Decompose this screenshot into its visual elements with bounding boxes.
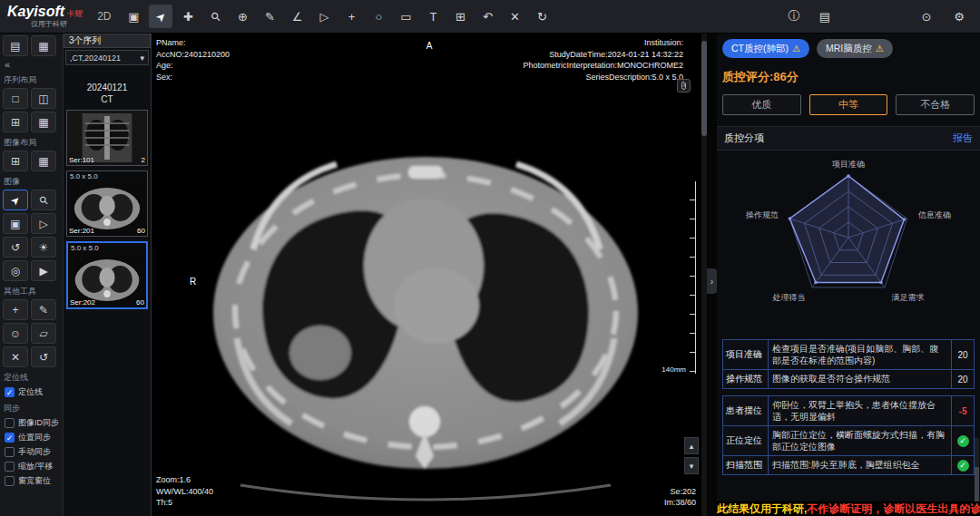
zoom-icon[interactable]: ⚲: [203, 5, 227, 28]
penalty-badge: -5: [959, 406, 967, 416]
layout-2x2-icon[interactable]: ⊞: [3, 112, 28, 132]
layout-3x3-icon[interactable]: ▦: [31, 112, 56, 132]
accession-number: AccNO:2401210200: [156, 49, 230, 61]
viewport-layout-icon[interactable]: ▣: [122, 5, 145, 28]
text-annotation-icon[interactable]: T: [421, 5, 445, 28]
play-tool-icon[interactable]: ▶: [31, 260, 56, 281]
viewport-scrollbar-thumb[interactable]: [701, 41, 707, 136]
series-count-header: 3个序列: [64, 34, 151, 48]
qc-item-name: 正位定位: [723, 426, 769, 455]
sync-option-checkbox[interactable]: 图像ID同步: [5, 417, 63, 429]
rect-roi-icon[interactable]: ▭: [394, 5, 417, 28]
magnify-tool-icon[interactable]: ⚲: [31, 190, 56, 210]
target-tool-icon[interactable]: ◎: [3, 260, 28, 281]
measure-angle-icon[interactable]: ∠: [285, 5, 309, 28]
scroll-up-icon[interactable]: ▴: [684, 437, 699, 454]
grade-button[interactable]: 中等: [809, 94, 888, 115]
brightness-tool-icon[interactable]: ☀: [31, 237, 56, 258]
reset-all-tool-icon[interactable]: ↺: [31, 346, 56, 367]
rail-icon-grid: +✎☺▱✕↺: [3, 299, 61, 367]
qc-tab[interactable]: CT质控(肺部)⚠: [722, 39, 809, 58]
thumbnail-image[interactable]: Ser:20260: [68, 253, 146, 307]
qc-item-desc: 图像的获取是否符合操作规范: [769, 370, 952, 388]
annotate-tool-icon[interactable]: ✎: [31, 299, 56, 320]
attachment-icon[interactable]: [677, 79, 691, 92]
sync-option-checkbox[interactable]: 手动同步: [5, 446, 63, 458]
series-grid-icon[interactable]: ⊞: [448, 5, 472, 28]
qc-table-scrollbar-thumb[interactable]: [975, 467, 979, 503]
caret-down-icon: ▾: [140, 54, 144, 63]
checkbox-icon[interactable]: [5, 447, 15, 457]
image-layout-3x3-icon[interactable]: ▦: [31, 151, 56, 171]
series-thumbnail[interactable]: 5.0 x 5.0Ser:20160: [66, 170, 148, 237]
thumbnail-series-desc: 5.0 x 5.0: [67, 171, 147, 181]
send-tool-icon[interactable]: ▷: [31, 213, 56, 234]
pan-icon[interactable]: ✚: [176, 5, 200, 28]
sync-option-checkbox[interactable]: 窗宽窗位: [5, 475, 63, 487]
delete-icon[interactable]: ✕: [503, 5, 526, 28]
series-group-modality: CT: [64, 93, 151, 105]
layout-panel-icon[interactable]: ▦: [31, 35, 56, 56]
eraser-tool-icon[interactable]: ▱: [31, 323, 56, 344]
right-panel-handle[interactable]: ›: [707, 268, 717, 294]
image-layout-2x2-icon[interactable]: ⊞: [3, 151, 28, 171]
sync-option-checkbox[interactable]: 缩放/平移: [5, 461, 63, 472]
face-tool-icon[interactable]: ☺: [3, 323, 28, 344]
grade-button[interactable]: 不合格: [896, 94, 975, 115]
cursor-icon[interactable]: ➤: [149, 5, 172, 28]
checkbox-icon[interactable]: [5, 476, 15, 486]
cursor-tool-icon[interactable]: ➤: [3, 190, 28, 210]
series-group-date: 20240121: [64, 82, 151, 93]
thumbnail-image-count: 60: [136, 298, 144, 307]
qc-item-score: -5: [952, 396, 974, 425]
report-doc-icon[interactable]: ▤: [813, 5, 837, 28]
thickness: Th:5: [156, 497, 213, 509]
view-params-overlay: Zoom:1.6 WW/WL:400/40 Th:5: [156, 474, 213, 509]
checkbox-icon[interactable]: ✓: [5, 387, 15, 397]
copy-tool-icon[interactable]: ▣: [3, 213, 28, 234]
report-link[interactable]: 报告: [953, 131, 973, 145]
zoom-level: Zoom:1.6: [156, 474, 213, 486]
study-datetime: StudyDateTime:2024-01-21 14:32:22: [523, 49, 683, 61]
ct-axial-image[interactable]: [152, 34, 707, 516]
ellipse-roi-icon[interactable]: ○: [367, 5, 390, 28]
image-viewport[interactable]: PName: AccNO:2401210200 Age: Sex: A R In…: [152, 34, 707, 516]
checkbox-icon[interactable]: [5, 462, 15, 472]
series-thumbnail[interactable]: Ser:1012: [66, 110, 148, 166]
probe-icon[interactable]: ▷: [312, 5, 336, 28]
collapse-sidebar-icon[interactable]: «: [5, 59, 63, 70]
left-tool-rail: ▤▦ « 序列布局□◫⊞▦图像布局⊞▦图像➤⚲▣▷↺☀◎▶其他工具+✎☺▱✕↺ …: [0, 34, 64, 516]
thumbnail-series-number: Ser:101: [69, 156, 94, 164]
layout-1x1-icon[interactable]: □: [3, 88, 28, 109]
scroll-down-icon[interactable]: ▾: [684, 457, 699, 474]
series-thumbnail[interactable]: 5.0 x 5.0Ser:20260: [66, 241, 148, 309]
info-icon[interactable]: ⓘ: [782, 5, 806, 28]
reset-icon[interactable]: ↻: [530, 5, 554, 28]
measure-length-icon[interactable]: ✎: [258, 5, 281, 28]
thumbnail-image-count: 2: [142, 156, 145, 164]
checkbox-icon[interactable]: ✓: [5, 433, 15, 443]
qc-table-row: 操作规范图像的获取是否符合操作规范20: [722, 370, 975, 389]
thumbnail-image[interactable]: Ser:20160: [67, 181, 147, 236]
sync-option-checkbox[interactable]: ✓位置同步: [5, 432, 63, 443]
about-icon[interactable]: ⊙: [915, 5, 938, 28]
svg-text:满足需求: 满足需求: [892, 293, 925, 302]
point-mark-icon[interactable]: +: [339, 5, 363, 28]
qc-tab[interactable]: MRI脑质控⚠: [817, 39, 893, 58]
add-tool-icon[interactable]: +: [3, 299, 28, 320]
locator-line-checkbox[interactable]: ✓定位线: [5, 386, 63, 398]
windowing-icon[interactable]: ⊕: [230, 5, 254, 28]
settings-gear-icon[interactable]: ⚙: [947, 5, 971, 28]
layout-1x2-icon[interactable]: ◫: [31, 88, 56, 109]
qc-table-row: 项目准确检查项目是否准确(项目如脑部、胸部、腹部是否在标准的范围内容)20: [722, 339, 975, 370]
series-panel-icon[interactable]: ▤: [3, 35, 28, 56]
series-number: Se:202: [664, 486, 696, 498]
checkbox-icon[interactable]: [5, 418, 15, 428]
delete-tool-icon[interactable]: ✕: [3, 346, 28, 367]
grade-button[interactable]: 优质: [722, 94, 801, 115]
rotate-tool-icon[interactable]: ↺: [3, 237, 28, 258]
series-dropdown[interactable]: ,CT,20240121 ▾: [65, 50, 149, 65]
rail-section-label: 图像: [4, 176, 63, 188]
thumbnail-image[interactable]: Ser:1012: [67, 111, 147, 165]
undo-icon[interactable]: ↶: [475, 5, 499, 28]
